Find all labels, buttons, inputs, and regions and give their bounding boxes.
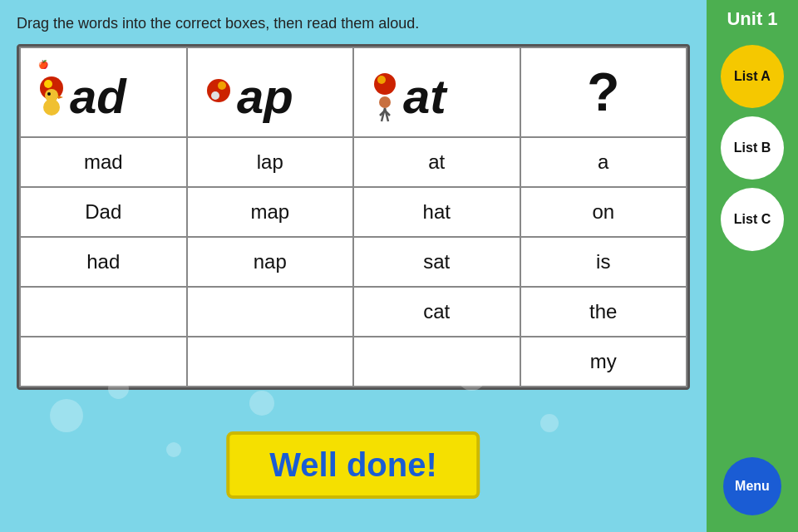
svg-text:ad: ad — [70, 69, 127, 123]
bubble-deco — [540, 414, 559, 432]
cell-r2-c3: hat — [353, 187, 520, 237]
cell-r3-c2: nap — [187, 237, 354, 287]
svg-point-12 — [374, 73, 396, 95]
cell-r2-c1: Dad — [20, 187, 187, 237]
cell-r3-c1: had — [20, 237, 187, 287]
cell-r2-c4: on — [520, 187, 687, 237]
cell-r3-c4: is — [520, 237, 687, 287]
cell-r1-c3: at — [353, 137, 520, 187]
table-row: mad lap at a — [20, 137, 687, 187]
header-ap: ap — [187, 47, 354, 137]
svg-point-9 — [218, 81, 226, 90]
bubble-deco — [166, 442, 181, 457]
header-at-svg: at — [370, 59, 503, 126]
header-at: at — [353, 47, 520, 137]
cell-r5-c1 — [20, 337, 187, 387]
well-done-banner: Well done! — [226, 431, 480, 499]
word-table-container: 🍎 ad — [17, 44, 690, 390]
cell-r1-c1: mad — [20, 137, 187, 187]
svg-text:ap: ap — [237, 69, 293, 123]
bubble-deco — [50, 399, 83, 432]
cell-r5-c2 — [187, 337, 354, 387]
svg-text:at: at — [403, 69, 448, 123]
svg-point-1 — [44, 80, 52, 88]
unit-title: Unit 1 — [727, 8, 777, 30]
cell-r5-c4: my — [520, 337, 687, 387]
svg-point-14 — [379, 96, 391, 108]
svg-point-13 — [377, 76, 386, 84]
sidebar: Unit 1 List A List B List C Menu — [707, 0, 798, 532]
header-ap-svg: ap — [204, 59, 337, 126]
table-row: had nap sat is — [20, 237, 687, 287]
list-c-button[interactable]: List C — [721, 188, 784, 251]
list-b-button[interactable]: List B — [721, 116, 784, 180]
menu-button[interactable]: Menu — [723, 457, 781, 515]
svg-point-8 — [207, 79, 230, 102]
cell-r1-c4: a — [520, 137, 687, 187]
bubble-deco — [249, 391, 274, 416]
table-row: Dad map hat on — [20, 187, 687, 237]
instruction-text: Drag the words into the correct boxes, t… — [17, 15, 690, 32]
cell-r3-c3: sat — [353, 237, 520, 287]
svg-point-6 — [47, 92, 51, 96]
cell-r4-c1 — [20, 287, 187, 337]
table-row: my — [20, 337, 687, 387]
list-a-button[interactable]: List A — [721, 45, 784, 108]
svg-point-4 — [45, 89, 58, 102]
cell-r4-c2 — [187, 287, 354, 337]
cell-r2-c2: map — [187, 187, 354, 237]
svg-text:🍎: 🍎 — [38, 59, 49, 70]
svg-marker-5 — [58, 96, 63, 99]
cell-r4-c4: the — [520, 287, 687, 337]
header-ad-svg: 🍎 ad — [37, 59, 170, 126]
header-question: ? — [520, 47, 687, 137]
main-area: Drag the words into the correct boxes, t… — [0, 0, 707, 532]
svg-point-10 — [211, 91, 219, 100]
word-table: 🍎 ad — [19, 47, 687, 387]
well-done-text: Well done! — [269, 446, 436, 483]
cell-r4-c3: cat — [353, 287, 520, 337]
cell-r5-c3 — [353, 337, 520, 387]
table-row: cat the — [20, 287, 687, 337]
cell-r1-c2: lap — [187, 137, 354, 187]
header-ad: 🍎 ad — [20, 47, 187, 137]
